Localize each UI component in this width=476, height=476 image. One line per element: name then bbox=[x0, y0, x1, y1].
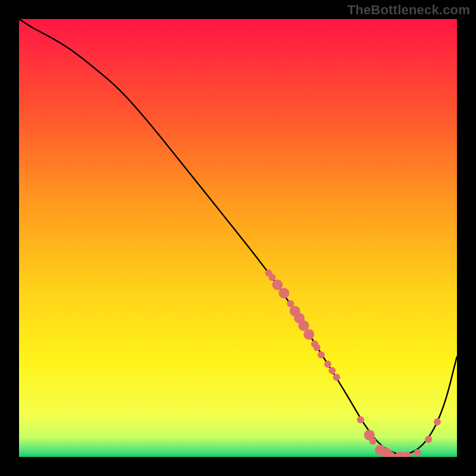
highlight-point bbox=[357, 416, 364, 423]
highlight-point bbox=[303, 329, 314, 340]
highlight-point bbox=[333, 374, 340, 381]
highlight-point bbox=[425, 436, 432, 443]
highlight-point bbox=[278, 288, 289, 299]
highlight-point bbox=[434, 418, 441, 425]
highlight-point bbox=[268, 274, 275, 281]
highlight-point bbox=[318, 352, 325, 359]
watermark-label: TheBottleneck.com bbox=[347, 2, 470, 18]
highlight-point bbox=[369, 438, 377, 445]
highlight-point bbox=[324, 361, 331, 368]
highlight-point bbox=[328, 367, 336, 374]
chart-frame: TheBottleneck.com bbox=[0, 0, 476, 476]
plot-area bbox=[19, 19, 457, 457]
highlight-point bbox=[313, 344, 320, 351]
highlight-point bbox=[414, 449, 421, 456]
highlight-point bbox=[272, 280, 283, 290]
gradient-background bbox=[19, 19, 457, 457]
chart-svg bbox=[19, 19, 457, 457]
